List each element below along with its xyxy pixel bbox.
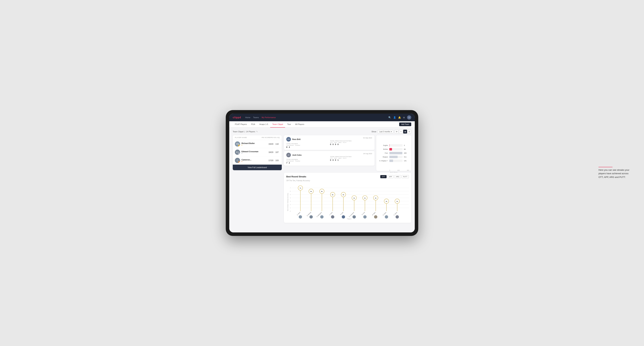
svg-point-64 xyxy=(396,215,399,219)
player-info: EC 2 Edward Crossman ♥ xyxy=(235,150,268,155)
player-name: Cameron... xyxy=(242,159,252,161)
practice-activities-section: Total Practice Activities OTT APP ARG PU… xyxy=(330,140,372,145)
filter-arg[interactable]: ARG xyxy=(394,175,401,178)
subnav-all-players[interactable]: All Players xyxy=(293,121,306,128)
avatar: EC 2 xyxy=(235,150,240,155)
nav-teams[interactable]: Teams xyxy=(253,116,259,119)
streaks-chart-container: Best Streak, Fairway Accuracy xyxy=(286,184,409,220)
app-label: APP xyxy=(334,158,337,159)
card-date: 26 Aug 2023 xyxy=(330,153,372,155)
content-wrapper: PLAYER NAME PB SCORE PB AVG SQ RB 1 xyxy=(233,135,411,223)
svg-text:4x: 4x xyxy=(375,197,376,199)
player-name-cell: Edward Crossman ♥ xyxy=(242,151,258,154)
svg-text:Players: Players xyxy=(347,218,352,220)
bell-icon[interactable]: 🔔 xyxy=(398,116,401,119)
filter-app[interactable]: APP xyxy=(387,175,394,178)
pb-avg: 103 xyxy=(274,159,280,162)
putt-val: 0 xyxy=(338,143,338,145)
table-row[interactable]: EC 2 Edward Crossman ♥ 18/20 107 xyxy=(233,148,282,156)
streaks-filter: OTT APP ARG PUTT xyxy=(380,175,409,178)
tournament-rounds: 8 xyxy=(286,146,287,148)
bar-track xyxy=(390,152,402,154)
subnav-tour[interactable]: Tour xyxy=(285,121,293,128)
svg-text:E. Ebert: E. Ebert xyxy=(296,212,300,215)
player-name-cell: Cameron... ♥ xyxy=(242,159,252,162)
add-team-button[interactable]: Add Team xyxy=(399,123,411,126)
team-name-label: Team Clippd xyxy=(233,131,244,133)
pb-avg: 107 xyxy=(274,151,280,153)
subnav-team-clippd[interactable]: Team Clippd xyxy=(270,121,285,128)
player-name-cell: Richard Butler ♥ xyxy=(242,142,255,146)
card-name-group: Rees Britt xyxy=(292,138,300,140)
card-date: 02 Sep 2023 xyxy=(330,137,372,139)
streaks-chart-svg: Best Streak, Fairway Accuracy xyxy=(286,184,409,220)
pb-score-header: PB SCORE xyxy=(262,137,270,138)
bar-fill xyxy=(390,156,398,158)
person-icon[interactable]: 👤 xyxy=(393,116,396,119)
player-card-rees: RB Rees Britt Total Rounds Tourname xyxy=(284,135,374,150)
filter-ott[interactable]: OTT xyxy=(380,175,386,178)
table-row[interactable]: RB 1 Richard Butler ♥ 19/20 110 xyxy=(233,140,282,148)
player-name: Richard Butler xyxy=(242,142,255,144)
list-view-button[interactable]: ≡ xyxy=(399,130,403,134)
subnav-pgat[interactable]: PGAT Players xyxy=(233,121,249,128)
card-player-name: Rees Britt xyxy=(292,138,300,140)
bar-value: 3 xyxy=(404,145,409,146)
table-row[interactable]: C 3 Cameron... ♥ 17/20 103 xyxy=(233,156,282,165)
nav-home[interactable]: Home xyxy=(245,116,250,119)
bar-label: Eagles xyxy=(378,145,388,146)
grid-view-button[interactable]: ⊞ xyxy=(395,130,399,134)
axis-400: 400 xyxy=(407,170,409,171)
subnav-pga[interactable]: PGA xyxy=(249,121,257,128)
total-rounds-label: Total Rounds xyxy=(286,159,328,160)
svg-text:R. Butler: R. Butler xyxy=(382,212,387,216)
putt-val: 1 xyxy=(338,159,338,161)
card-view-button[interactable]: ▦ xyxy=(403,130,407,134)
axis-0: 0 xyxy=(390,170,390,171)
svg-text:R. Britt: R. Britt xyxy=(340,212,344,215)
bar-track xyxy=(390,144,402,147)
app-label: APP xyxy=(334,142,337,143)
svg-text:M. Miller: M. Miller xyxy=(372,212,376,216)
edit-icon[interactable]: ✎ xyxy=(256,131,258,133)
target-icon[interactable]: ⊕ xyxy=(403,116,405,119)
app-logo: clippd xyxy=(233,116,241,119)
nav-my-performance[interactable]: My Performance xyxy=(262,116,276,119)
period-dropdown[interactable]: Last 3 months ▾ xyxy=(378,130,394,133)
putt-label: PUTT xyxy=(343,158,346,159)
period-value: Last 3 months xyxy=(379,131,390,133)
team-header: Team Clippd | 14 Players ✎ Show Last 3 m… xyxy=(233,130,411,134)
view-full-leaderboard-button[interactable]: View Full Leaderboard xyxy=(233,165,282,170)
player-card-josh: JC Josh Coles Total Rounds Tourname xyxy=(284,151,374,166)
filter-putt[interactable]: PUTT xyxy=(402,175,409,178)
pb-score: 17/20 xyxy=(268,159,274,162)
chevron-down-icon: ▾ xyxy=(391,131,392,133)
card-player-info: JC Josh Coles xyxy=(286,153,328,157)
card-right-rees: 02 Sep 2023 Total Practice Activities OT… xyxy=(330,137,372,145)
user-avatar[interactable]: U xyxy=(407,115,411,120)
card-right-josh: 26 Aug 2023 Total Practice Activities OT… xyxy=(330,153,372,161)
main-content: Team Clippd | 14 Players ✎ Show Last 3 m… xyxy=(229,128,415,232)
tournament-rounds: 7 xyxy=(286,162,287,164)
tournament-label: Tournament xyxy=(286,145,294,146)
svg-text:5x: 5x xyxy=(332,194,334,195)
settings-view-button[interactable]: ⊟ xyxy=(408,130,411,134)
svg-text:6x: 6x xyxy=(310,191,312,192)
navbar: clippd Home Teams My Performance 🔍 👤 🔔 ⊕… xyxy=(229,114,415,121)
app-val: 0 xyxy=(332,159,334,161)
rounds-sublabels: Tournament Practice xyxy=(286,145,328,146)
separator: | xyxy=(244,131,245,133)
bar-row-birdies: Birdies 96 xyxy=(378,148,409,151)
svg-text:7x: 7x xyxy=(300,187,301,189)
bar-value: 131 xyxy=(404,160,409,162)
practice-values: 0 0 0 0 xyxy=(330,143,372,145)
search-icon[interactable]: 🔍 xyxy=(388,116,391,119)
svg-text:6x: 6x xyxy=(321,191,323,192)
svg-text:4x: 4x xyxy=(364,197,366,199)
arg-label: ARG xyxy=(338,158,342,159)
show-label: Show xyxy=(372,131,376,133)
subnav-hcaps[interactable]: Hcaps 1-5 xyxy=(257,121,270,128)
arg-label: ARG xyxy=(338,142,342,143)
streaks-section: Best Round Streaks OTT APP ARG PUTT Off … xyxy=(284,173,411,223)
bar-fill xyxy=(390,148,392,151)
